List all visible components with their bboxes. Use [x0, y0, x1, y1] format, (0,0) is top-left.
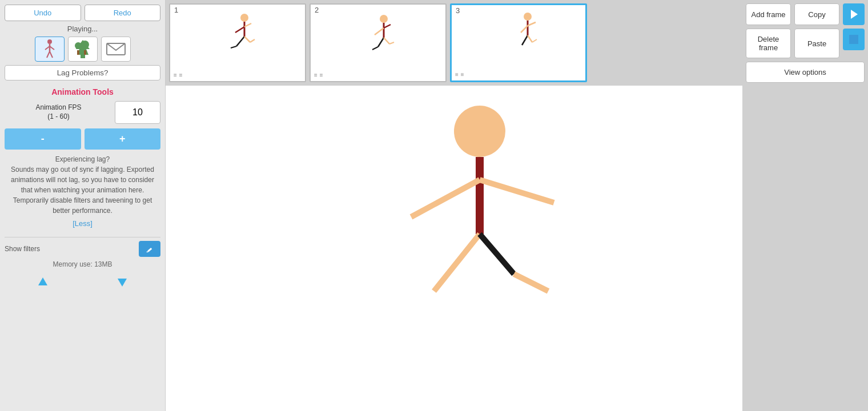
frame-3-canvas [452, 5, 585, 68]
envelope-tool-button[interactable] [101, 37, 131, 62]
svg-line-41 [411, 180, 480, 217]
frame-footer-icon3: ≡ [314, 72, 318, 78]
frame-footer-icon: ≡ [174, 72, 177, 78]
add-frame-button[interactable]: Add frame [746, 3, 791, 25]
svg-line-30 [384, 38, 389, 44]
show-filters-button[interactable] [139, 241, 160, 257]
main-stickman [337, 97, 622, 337]
frame-3-number: 3 [454, 6, 461, 15]
svg-point-24 [380, 15, 388, 23]
svg-line-22 [250, 39, 255, 42]
svg-point-32 [524, 13, 532, 21]
pencil-icon [145, 244, 154, 253]
undo-button[interactable]: Undo [5, 5, 81, 21]
svg-line-23 [231, 46, 236, 48]
arrow-down-button[interactable] [85, 272, 161, 292]
svg-marker-15 [118, 279, 127, 287]
playing-label: Playing... [5, 25, 160, 33]
frame-1[interactable]: 1 [169, 3, 306, 82]
svg-line-31 [389, 42, 394, 44]
delete-frame-button[interactable]: Delete frame [746, 29, 791, 58]
fps-input[interactable] [115, 101, 160, 124]
frame-1-stickman [215, 11, 260, 62]
canvas-background [166, 86, 742, 411]
frame-3-footer: ≡ ≡ [452, 68, 585, 80]
svg-line-43 [434, 234, 480, 291]
svg-point-7 [75, 42, 82, 49]
svg-line-44 [480, 234, 514, 274]
svg-point-39 [454, 106, 505, 157]
play-button[interactable] [843, 3, 865, 25]
svg-line-19 [244, 23, 251, 27]
svg-line-45 [514, 274, 548, 291]
tree-tool-button[interactable] [68, 37, 98, 62]
top-right-row: Add frame Copy [746, 3, 865, 25]
frame-3[interactable]: 3 ≡ [450, 3, 587, 82]
color-button[interactable] [843, 29, 865, 50]
fps-row: Animation FPS (1 - 60) [5, 101, 160, 124]
svg-line-42 [480, 180, 554, 203]
copy-button[interactable]: Copy [794, 3, 839, 25]
arrow-up-button[interactable] [5, 272, 81, 292]
lag-problems-button[interactable]: Lag Problems? [5, 65, 160, 80]
svg-line-21 [244, 37, 250, 42]
frame-2-stickman [355, 11, 401, 62]
less-link[interactable]: [Less] [5, 219, 160, 228]
divider [5, 237, 160, 237]
lag-info: Experiencing lag? Sounds may go out of s… [5, 154, 160, 216]
svg-marker-46 [851, 10, 858, 19]
svg-marker-14 [38, 277, 47, 285]
frame-1-footer: ≡ ≡ [170, 68, 305, 81]
redo-button[interactable]: Redo [85, 5, 161, 21]
frame-2[interactable]: 2 [310, 3, 447, 82]
frame-3-stickman [496, 11, 541, 62]
arrow-buttons [5, 272, 160, 292]
fps-plus-button[interactable]: + [85, 128, 161, 150]
svg-line-4 [47, 51, 50, 58]
svg-point-0 [47, 39, 52, 44]
frame-footer-icon4: ≡ [320, 72, 323, 78]
top-buttons: Undo Redo [5, 5, 160, 21]
svg-rect-9 [77, 50, 79, 55]
memory-label: Memory use: 13MB [5, 260, 160, 268]
envelope-icon [106, 41, 126, 57]
animation-tools-title: Animation Tools [5, 87, 160, 96]
paste-button[interactable]: Paste [794, 29, 839, 58]
frame-1-number: 1 [172, 6, 180, 14]
frame-2-canvas [311, 5, 445, 68]
fps-minus-button[interactable]: - [5, 128, 81, 150]
svg-line-20 [236, 37, 244, 46]
frame-footer-icon2: ≡ [179, 72, 183, 78]
svg-line-34 [521, 26, 528, 33]
figure-icon [42, 39, 58, 59]
frame-1-canvas [170, 5, 305, 68]
view-options-button[interactable]: View options [746, 62, 865, 83]
svg-point-8 [81, 41, 89, 49]
svg-rect-10 [84, 50, 86, 55]
tree-icon [74, 39, 92, 59]
svg-rect-12 [147, 248, 152, 252]
svg-line-26 [375, 28, 384, 35]
frame-2-footer: ≡ ≡ [311, 68, 445, 81]
color-icon [849, 35, 858, 44]
svg-line-5 [50, 51, 53, 58]
canvas-area[interactable] [166, 86, 742, 411]
svg-line-18 [235, 27, 244, 33]
frames-bar: 1 [166, 0, 742, 86]
frame-footer-icon5: ≡ [455, 71, 459, 78]
svg-line-27 [384, 25, 391, 28]
svg-rect-47 [849, 35, 858, 44]
bottom-right-row: Delete frame Paste [746, 29, 865, 58]
figure-tool-button[interactable] [35, 37, 65, 62]
main-area: 1 [166, 0, 742, 411]
arrow-up-icon [37, 276, 49, 288]
svg-line-29 [372, 47, 378, 50]
sidebar: Undo Redo Playing... [0, 0, 166, 411]
svg-line-38 [532, 39, 537, 42]
play-icon [850, 10, 858, 19]
icon-row [5, 37, 160, 62]
svg-line-28 [378, 38, 384, 47]
arrow-down-icon [116, 276, 128, 288]
fps-label: Animation FPS (1 - 60) [5, 103, 112, 121]
svg-point-16 [240, 14, 248, 22]
